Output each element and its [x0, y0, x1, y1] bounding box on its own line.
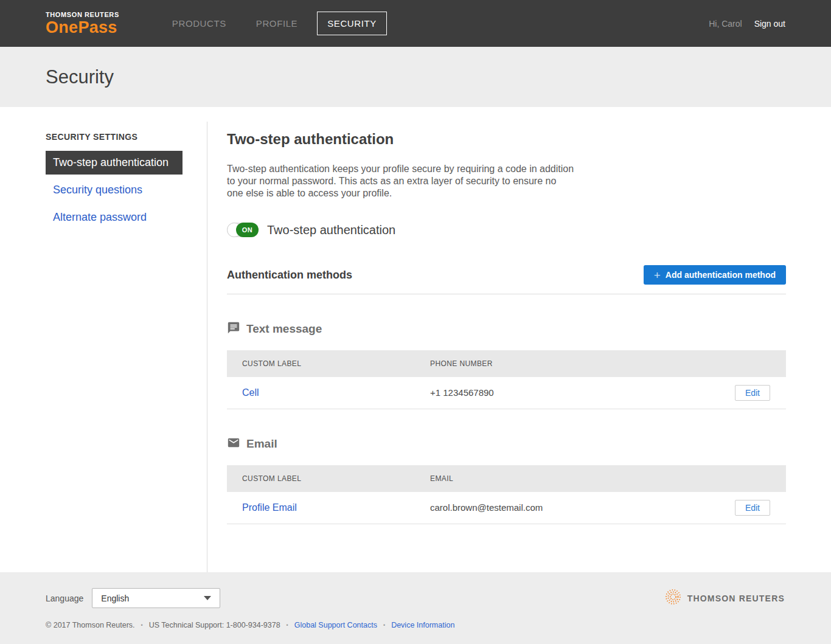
table-header: CUSTOM LABEL PHONE NUMBER [227, 350, 786, 377]
email-table: CUSTOM LABEL EMAIL Profile Email carol.b… [227, 465, 786, 524]
add-button-label: Add authentication method [666, 270, 776, 280]
user-greeting: Hi, Carol [709, 19, 742, 29]
column-header-email: EMAIL [430, 474, 786, 483]
chevron-down-icon [204, 596, 211, 600]
onepass-logo[interactable]: THOMSON REUTERS OnePass [46, 12, 119, 36]
text-message-section-header: Text message [227, 321, 786, 337]
language-select[interactable]: English [92, 588, 220, 608]
section-heading: Two-step authentication [227, 131, 786, 148]
brand-name-text: OnePass [46, 19, 119, 36]
sms-icon [227, 321, 240, 337]
email-value: carol.brown@testemail.com [430, 502, 543, 513]
language-row: Language English [46, 588, 454, 608]
main-panel: Two-step authentication Two-step authent… [207, 122, 786, 572]
toggle-label: Two-step authentication [267, 223, 395, 237]
sidebar-item-alternate-password[interactable]: Alternate password [46, 206, 183, 229]
email-section-title: Email [246, 437, 277, 451]
global-support-contacts-link[interactable]: Global Support Contacts [294, 621, 377, 629]
phone-number-value: +1 1234567890 [430, 387, 494, 398]
email-icon [227, 436, 240, 452]
email-section-header: Email [227, 436, 786, 452]
thomson-reuters-wordmark: THOMSON REUTERS [687, 594, 785, 603]
edit-email-button[interactable]: Edit [735, 500, 770, 516]
text-message-section-title: Text message [246, 322, 322, 336]
toggle-on-label: ON [236, 223, 259, 237]
nav-right: Hi, Carol Sign out [709, 19, 785, 29]
table-row: Profile Email carol.brown@testemail.com … [227, 492, 786, 524]
column-header-custom-label: CUSTOM LABEL [227, 474, 430, 483]
top-nav: THOMSON REUTERS OnePass PRODUCTS PROFILE… [0, 0, 831, 47]
footer: Language English © 2017 Thomson Reuters.… [0, 572, 831, 644]
support-phone-text: US Technical Support: 1-800-934-9378 [149, 621, 280, 629]
language-selected-value: English [101, 594, 129, 603]
footer-legal-line: © 2017 Thomson Reuters. • US Technical S… [46, 621, 454, 629]
brand-top-text: THOMSON REUTERS [46, 12, 119, 18]
two-step-toggle[interactable]: ON [227, 223, 259, 237]
sidebar: SECURITY SETTINGS Two-step authenticatio… [46, 122, 207, 572]
thomson-reuters-sunburst-icon [665, 589, 681, 608]
add-authentication-method-button[interactable]: + Add authentication method [644, 265, 786, 285]
nav-tab-products[interactable]: PRODUCTS [162, 12, 237, 35]
dot-separator: • [287, 622, 288, 628]
nav-tab-profile[interactable]: PROFILE [246, 12, 308, 35]
dot-separator: • [383, 622, 385, 628]
plus-icon: + [654, 269, 661, 281]
thomson-reuters-logo: THOMSON REUTERS [665, 588, 785, 608]
content-area: SECURITY SETTINGS Two-step authenticatio… [0, 107, 831, 572]
custom-label-link[interactable]: Profile Email [242, 502, 297, 513]
column-header-custom-label: CUSTOM LABEL [227, 359, 430, 368]
section-description: Two-step authentication keeps your profi… [227, 163, 575, 199]
nav-tab-security[interactable]: SECURITY [317, 12, 387, 35]
device-information-link[interactable]: Device Information [391, 621, 454, 629]
table-header: CUSTOM LABEL EMAIL [227, 465, 786, 492]
copyright-text: © 2017 Thomson Reuters. [46, 621, 135, 629]
custom-label-link[interactable]: Cell [242, 387, 259, 398]
dot-separator: • [141, 622, 143, 628]
language-label: Language [46, 594, 83, 603]
footer-left: Language English © 2017 Thomson Reuters.… [46, 588, 454, 644]
authentication-methods-heading: Authentication methods [227, 269, 352, 282]
column-header-phone-number: PHONE NUMBER [430, 359, 786, 368]
table-row: Cell +1 1234567890 Edit [227, 377, 786, 409]
sidebar-item-two-step-authentication[interactable]: Two-step authentication [46, 151, 183, 175]
sidebar-item-security-questions[interactable]: Security questions [46, 178, 183, 202]
authentication-methods-row: Authentication methods + Add authenticat… [227, 265, 786, 285]
sidebar-heading: SECURITY SETTINGS [46, 132, 207, 142]
page-title-band: Security [0, 47, 831, 107]
edit-phone-button[interactable]: Edit [735, 385, 770, 401]
sign-out-link[interactable]: Sign out [754, 19, 785, 29]
methods-divider [227, 294, 786, 294]
two-step-toggle-row: ON Two-step authentication [227, 223, 786, 237]
nav-items: PRODUCTS PROFILE SECURITY [162, 12, 396, 35]
page-title: Security [46, 66, 114, 88]
text-message-table: CUSTOM LABEL PHONE NUMBER Cell +1 123456… [227, 350, 786, 409]
